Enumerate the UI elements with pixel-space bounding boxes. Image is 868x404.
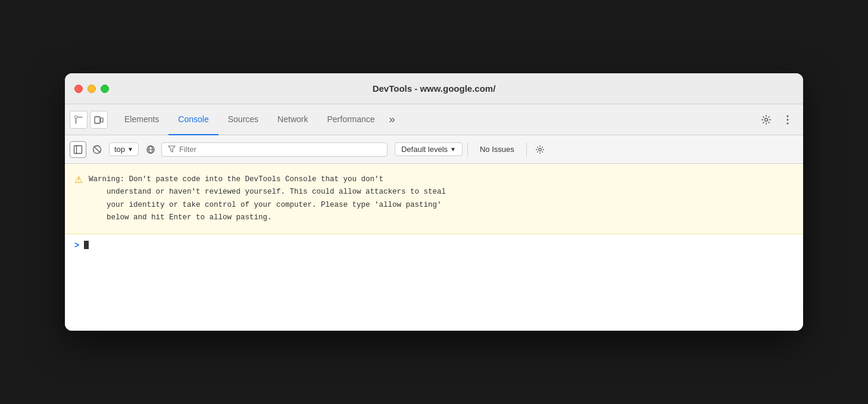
filter-input-wrap[interactable] bbox=[161, 142, 388, 157]
svg-point-16 bbox=[539, 148, 541, 150]
devtools-window: DevTools - www.google.com/ Elements bbox=[65, 73, 803, 331]
devtools-icon-buttons bbox=[70, 104, 115, 135]
warning-text: Warning: Don't paste code into the DevTo… bbox=[89, 173, 446, 224]
toolbar-separator-2 bbox=[526, 142, 527, 157]
svg-rect-0 bbox=[75, 116, 77, 118]
default-levels-selector[interactable]: Default levels ▼ bbox=[395, 142, 463, 156]
more-tabs-button[interactable]: » bbox=[385, 104, 400, 135]
console-content: ⚠ Warning: Don't paste code into the Dev… bbox=[65, 164, 803, 331]
tab-bar-right-actions bbox=[758, 104, 798, 135]
no-issues-badge: No Issues bbox=[473, 145, 522, 154]
svg-point-7 bbox=[787, 119, 789, 120]
warning-icon: ⚠ bbox=[74, 174, 83, 185]
svg-point-8 bbox=[787, 122, 789, 124]
clear-console-button[interactable] bbox=[89, 141, 105, 158]
tab-network[interactable]: Network bbox=[268, 104, 317, 135]
filter-input[interactable] bbox=[179, 145, 381, 154]
svg-point-5 bbox=[765, 118, 768, 121]
filter-icon bbox=[168, 145, 176, 154]
tab-elements[interactable]: Elements bbox=[115, 104, 168, 135]
title-bar: DevTools - www.google.com/ bbox=[65, 73, 803, 104]
settings-button[interactable] bbox=[758, 111, 775, 128]
console-toolbar: top ▼ Default levels ▼ No Issues bbox=[65, 135, 803, 164]
toolbar-separator bbox=[467, 142, 468, 157]
console-settings-button[interactable] bbox=[532, 141, 548, 158]
tab-console[interactable]: Console bbox=[168, 104, 218, 135]
context-selector[interactable]: top ▼ bbox=[109, 142, 139, 156]
prompt-arrow: > bbox=[74, 240, 79, 250]
svg-point-6 bbox=[787, 115, 789, 117]
more-options-button[interactable] bbox=[779, 111, 796, 128]
console-prompt[interactable]: > bbox=[65, 234, 803, 256]
tab-sources[interactable]: Sources bbox=[218, 104, 268, 135]
svg-rect-4 bbox=[101, 118, 103, 122]
traffic-lights bbox=[74, 85, 109, 93]
minimize-button[interactable] bbox=[88, 85, 96, 93]
tab-performance[interactable]: Performance bbox=[317, 104, 384, 135]
prompt-cursor bbox=[84, 241, 89, 249]
tab-bar: Elements Console Sources Network Perform… bbox=[65, 104, 803, 135]
svg-rect-9 bbox=[74, 145, 82, 153]
device-toolbar-button[interactable] bbox=[90, 111, 108, 129]
close-button[interactable] bbox=[74, 85, 83, 93]
svg-rect-3 bbox=[95, 117, 100, 123]
window-title: DevTools - www.google.com/ bbox=[373, 83, 496, 94]
warning-message: ⚠ Warning: Don't paste code into the Dev… bbox=[65, 164, 803, 234]
show-sidebar-button[interactable] bbox=[70, 141, 86, 158]
select-element-button[interactable] bbox=[70, 111, 88, 129]
svg-line-12 bbox=[94, 146, 101, 153]
maximize-button[interactable] bbox=[101, 85, 109, 93]
live-expression-button[interactable] bbox=[142, 141, 159, 158]
